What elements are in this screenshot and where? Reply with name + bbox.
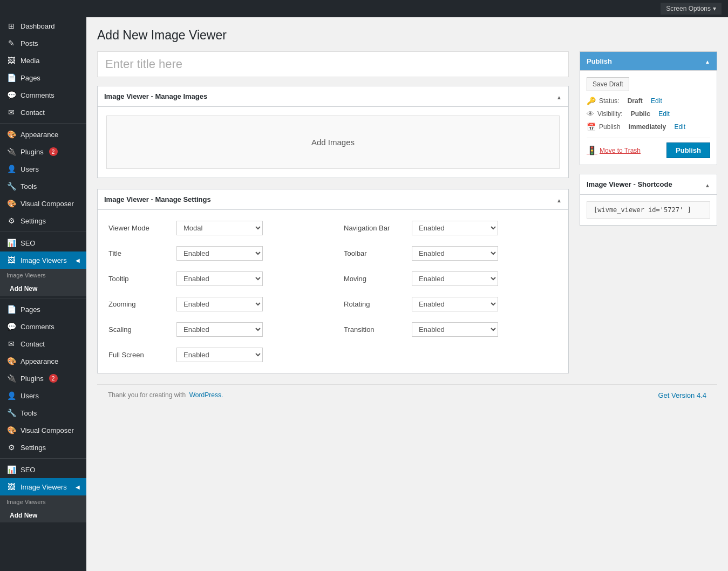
seo2-icon: 📊 [6,465,16,474]
pages-icon: 📄 [6,73,16,82]
title-field-label: Title [108,249,168,257]
top-bar: Screen Options ▾ [0,0,728,17]
sidebar-item-label: Plugins [21,148,44,156]
page-title: Add New Image Viewer [97,28,717,43]
sidebar-item-seo-2[interactable]: 📊 SEO [0,461,86,478]
visual-composer2-icon: 🎨 [6,426,16,434]
sidebar-item-posts[interactable]: ✎ Posts [0,35,86,52]
sidebar-item-image-viewers-2[interactable]: 🖼 Image Viewers ◀ [0,478,86,495]
navigation-bar-label: Navigation Bar [344,224,403,232]
status-icon: 🔑 [587,97,596,105]
submenu2-add-new[interactable]: Add New [0,508,86,522]
viewer-mode-row: Viewer Mode Modal Inline [108,221,322,235]
comments-icon: 💬 [6,91,16,99]
viewer-mode-select[interactable]: Modal Inline [176,221,263,235]
shortcode-value[interactable]: [wivme_viewer id='5727' ] [587,201,710,219]
tooltip-label: Tooltip [108,275,168,283]
visibility-edit-link[interactable]: Edit [658,110,670,118]
toolbar-select[interactable]: Enabled Disabled [412,246,498,261]
sidebar-item-tools[interactable]: 🔧 Tools [0,178,86,195]
plugins2-icon: 🔌 [6,374,16,383]
sidebar-item-comments[interactable]: 💬 Comments [0,86,86,104]
manage-images-toggle[interactable] [556,91,562,102]
transition-select[interactable]: Enabled Disabled [412,322,498,337]
move-to-trash-button[interactable]: 🚦 Move to Trash [587,145,641,155]
sidebar-item-pages-2[interactable]: 📄 Pages [0,301,86,318]
publish-meta: 🔑 Status: Draft Edit 👁 Visibility: Publi… [587,97,710,131]
shortcode-panel-toggle[interactable] [705,179,710,190]
settings-icon: ⚙ [6,216,16,225]
sidebar-item-label: SEO [21,239,35,247]
status-label: Status: [599,97,619,105]
sidebar-item-visual-composer[interactable]: 🎨 Visual Composer [0,195,86,212]
sidebar: ⊞ Dashboard ✎ Posts 🖼 Media 📄 Pages 💬 Co… [0,17,86,571]
scaling-select[interactable]: Enabled Disabled [176,322,263,337]
manage-images-panel-header: Image Viewer - Manage Images [98,86,568,107]
sidebar-item-plugins-2[interactable]: 🔌 Plugins 2 [0,370,86,387]
save-draft-button[interactable]: Save Draft [587,77,629,91]
navigation-bar-select[interactable]: Enabled Disabled [412,221,498,235]
manage-images-panel-title: Image Viewer - Manage Images [104,92,207,100]
sidebar-item-plugins[interactable]: 🔌 Plugins 2 [0,143,86,160]
tooltip-select[interactable]: Enabled Disabled [176,271,263,286]
main-content: Add New Image Viewer Image Viewer - Mana… [86,17,728,571]
add-images-area[interactable]: Add Images [106,115,560,169]
publish-when-edit-link[interactable]: Edit [674,123,685,131]
image-viewers-icon: 🖼 [6,256,16,264]
users-icon: 👤 [6,165,16,173]
submenu-add-new[interactable]: Add New [0,282,86,296]
moving-label: Moving [344,275,403,283]
visibility-label: Visibility: [597,110,622,118]
users2-icon: 👤 [6,391,16,400]
wordpress-link[interactable]: WordPress. [189,391,223,399]
sidebar-item-label: Comments [21,323,55,331]
publish-panel-toggle[interactable] [705,56,710,66]
status-edit-link[interactable]: Edit [651,97,662,105]
dashboard-icon: ⊞ [6,22,16,30]
publish-when-value: immediately [629,123,666,131]
get-version-link[interactable]: Get Version 4.4 [658,391,706,399]
manage-settings-panel-header: Image Viewer - Manage Settings [98,189,568,210]
sidebar-item-settings-2[interactable]: ⚙ Settings [0,439,86,456]
sidebar-item-users-2[interactable]: 👤 Users [0,387,86,404]
sidebar-item-visual-composer-2[interactable]: 🎨 Visual Composer [0,422,86,439]
sidebar-item-pages[interactable]: 📄 Pages [0,69,86,86]
title-row: Title Enabled Disabled [108,246,322,261]
plugins-icon: 🔌 [6,147,16,156]
shortcode-panel-header: Image Viewer - Shortcode [580,174,717,195]
full-screen-label: Full Screen [108,351,168,359]
screen-options-button[interactable]: Screen Options ▾ [661,3,722,15]
title-input[interactable] [97,51,569,77]
scaling-label: Scaling [108,325,168,334]
publish-when-row: 📅 Publish immediately Edit [587,123,710,131]
zooming-select[interactable]: Enabled Disabled [176,297,263,311]
calendar-icon: 📅 [587,123,596,131]
page-footer: Thank you for creating with WordPress. G… [97,384,717,406]
toggle-arrow-icon [705,179,710,189]
sidebar-submenu-2: Image Viewers Add New [0,495,86,522]
sidebar-item-seo[interactable]: 📊 SEO [0,234,86,251]
sidebar-item-contact-2[interactable]: ✉ Contact [0,335,86,352]
sidebar-item-comments-2[interactable]: 💬 Comments [0,318,86,335]
sidebar-item-media[interactable]: 🖼 Media [0,52,86,69]
sidebar-item-dashboard[interactable]: ⊞ Dashboard [0,17,86,35]
full-screen-select[interactable]: Enabled Disabled [176,348,263,362]
sidebar-item-image-viewers[interactable]: 🖼 Image Viewers ◀ [0,251,86,269]
sidebar-item-settings[interactable]: ⚙ Settings [0,212,86,229]
scaling-row: Scaling Enabled Disabled [108,322,322,337]
manage-settings-toggle[interactable] [556,194,562,205]
publish-button[interactable]: Publish [666,142,710,158]
sidebar-item-label: Tools [21,409,37,417]
editor-area: Image Viewer - Manage Images Add Images [97,51,569,384]
sidebar-item-label: Users [21,165,39,173]
sidebar-item-users[interactable]: 👤 Users [0,160,86,178]
sidebar-item-appearance-2[interactable]: 🎨 Appearance [0,352,86,370]
sidebar-item-tools-2[interactable]: 🔧 Tools [0,404,86,422]
rotating-select[interactable]: Enabled Disabled [412,297,498,311]
sidebar-item-label: Visual Composer [21,200,74,208]
sidebar-item-contact[interactable]: ✉ Contact [0,104,86,121]
title-select[interactable]: Enabled Disabled [176,246,263,261]
plugins2-badge: 2 [49,374,58,383]
moving-select[interactable]: Enabled Disabled [412,271,498,286]
sidebar-item-appearance[interactable]: 🎨 Appearance [0,126,86,143]
